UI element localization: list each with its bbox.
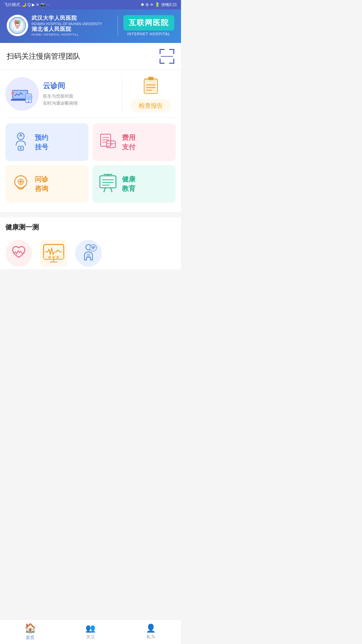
svg-rect-17 xyxy=(144,79,158,80)
logo-area: 1923 武汉大学人民医院 RENMIN HOSPITAL OF WUHAN U… xyxy=(7,15,112,36)
cloud-clinic-desc2: 实时沟通诊断病情 xyxy=(43,100,78,107)
service-card-payment[interactable]: 费用支付 xyxy=(93,123,176,161)
hospital-names: 武汉大学人民医院 RENMIN HOSPITAL OF WUHAN UNIVER… xyxy=(32,15,102,36)
svg-rect-15 xyxy=(144,79,158,94)
time-display: 傍晚5:21 xyxy=(161,2,177,8)
nurse-icon xyxy=(11,131,31,153)
service-label-payment: 费用支付 xyxy=(122,133,135,152)
health-figure-circle xyxy=(75,240,102,267)
svg-rect-33 xyxy=(110,143,113,146)
header: 1923 武汉大学人民医院 RENMIN HOSPITAL OF WUHAN U… xyxy=(0,9,181,43)
qr-scan-icon[interactable] xyxy=(160,49,174,64)
hospital-name-sub: RENMIN HOSPITAL OF WUHAN UNIVERSITY xyxy=(32,22,102,26)
svg-rect-8 xyxy=(13,91,27,98)
scan-bar[interactable]: 扫码关注慢病管理团队 xyxy=(0,43,181,70)
svg-text:1923: 1923 xyxy=(15,25,20,27)
service-card-consultation[interactable]: 问诊咨询 xyxy=(5,165,88,203)
connectivity-icons: ✱ 令 ✈ 🔋 xyxy=(141,2,160,8)
main-content: 云诊间 医生与您面对面 实时沟通诊断病情 检查报告 xyxy=(0,70,181,212)
scan-text: 扫码关注慢病管理团队 xyxy=(7,51,80,61)
section-separator xyxy=(0,212,181,215)
hospital-name-sub3: HUBEI GENERAL HOSPITAL xyxy=(32,33,102,36)
svg-point-14 xyxy=(30,96,33,99)
svg-point-50 xyxy=(48,256,51,259)
svg-point-12 xyxy=(28,101,29,102)
heart-rate-circle xyxy=(5,240,32,267)
svg-point-13 xyxy=(11,92,14,95)
hospital-logo: 1923 xyxy=(7,15,28,36)
health-icons-row xyxy=(0,234,181,269)
hospital-name-main2: 湖北省人民医院 xyxy=(32,26,102,33)
signal-icons: 🌙 Q ▶ ✕ 📷 ··· xyxy=(21,2,50,7)
internet-hospital-badge-label: INTERNET HOSPITAL xyxy=(127,32,170,36)
internet-hospital-badge-box: 互联网医院 xyxy=(123,15,174,31)
svg-rect-39 xyxy=(100,176,116,188)
cloud-clinic-info: 云诊间 医生与您面对面 实时沟通诊断病情 xyxy=(43,81,78,107)
health-icon-figure[interactable] xyxy=(75,240,102,267)
nav-spacer xyxy=(0,269,181,293)
service-label-education: 健康教育 xyxy=(122,174,135,193)
internet-hospital-badge: 互联网医院 INTERNET HOSPITAL xyxy=(123,15,174,36)
service-grid: 预约挂号 费用支付 xyxy=(5,123,176,203)
cloud-clinic-desc1: 医生与您面对面 xyxy=(43,93,78,100)
svg-rect-11 xyxy=(26,95,31,100)
exam-report-icon-area xyxy=(141,75,160,96)
flight-mode-text: 飞行模式 xyxy=(4,2,20,8)
health-test-section-title: 健康测一测 xyxy=(0,217,181,234)
svg-point-47 xyxy=(9,243,29,263)
svg-line-45 xyxy=(104,188,105,192)
exam-report-badge[interactable]: 检查报告 xyxy=(131,99,171,112)
cloud-clinic-right[interactable]: 检查报告 xyxy=(122,75,176,112)
status-bar: 飞行模式 🌙 Q ▶ ✕ 📷 ··· ✱ 令 ✈ 🔋 傍晚5:21 xyxy=(0,0,181,9)
cloud-clinic-title: 云诊间 xyxy=(43,81,78,91)
cloud-clinic-left[interactable]: 云诊间 医生与您面对面 实时沟通诊断病情 xyxy=(5,75,122,112)
service-card-appointment[interactable]: 预约挂号 xyxy=(5,123,88,161)
svg-line-46 xyxy=(111,188,112,192)
service-card-education[interactable]: 健康教育 xyxy=(93,165,176,203)
cloud-clinic-row: 云诊间 医生与您面对面 实时沟通诊断病情 检查报告 xyxy=(5,75,176,118)
hospital-name-main: 武汉大学人民医院 xyxy=(32,15,102,22)
payment-icon xyxy=(98,131,118,153)
consult-icon xyxy=(11,173,31,195)
ecg-circle xyxy=(40,240,67,267)
cloud-clinic-illustration xyxy=(5,77,39,111)
service-label-appointment: 预约挂号 xyxy=(35,133,48,152)
education-icon xyxy=(98,173,118,195)
svg-point-52 xyxy=(56,256,59,259)
svg-point-51 xyxy=(52,256,55,259)
health-icon-ecg[interactable] xyxy=(40,240,67,267)
status-left: 飞行模式 🌙 Q ▶ ✕ 📷 ··· xyxy=(4,2,50,8)
status-right: ✱ 令 ✈ 🔋 傍晚5:21 xyxy=(141,2,177,8)
health-icon-heart[interactable] xyxy=(5,240,32,267)
service-label-consultation: 问诊咨询 xyxy=(35,174,48,193)
header-divider xyxy=(118,15,118,36)
